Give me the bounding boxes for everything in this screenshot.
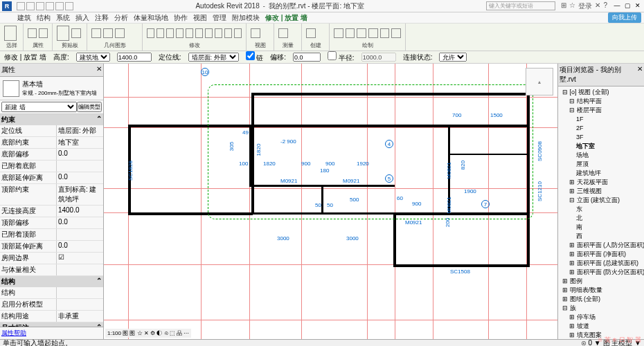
star-icon[interactable]: ☆	[569, 1, 575, 11]
properties-icon[interactable]	[28, 28, 37, 38]
array-icon[interactable]	[224, 28, 232, 38]
help-search-input[interactable]: 键入关键字或短语	[486, 1, 555, 10]
split-icon[interactable]	[215, 28, 222, 38]
tree-node[interactable]: ⊞ 明细表/数量	[560, 286, 643, 295]
radius-checkbox[interactable]: 半径:	[328, 51, 355, 63]
qat-save-icon[interactable]	[26, 2, 35, 10]
property-row[interactable]: 顶部约束直到标高: 建筑地坪	[0, 184, 103, 206]
tree-node[interactable]: ⊞ 图纸 (全部)	[560, 295, 643, 304]
tree-node[interactable]: 东	[560, 205, 643, 214]
tab-annotate[interactable]: 注释	[95, 13, 109, 23]
tree-node[interactable]: ⊞ 面积平面 (防火分区面积)	[560, 268, 643, 277]
tab-systems[interactable]: 系统	[56, 13, 70, 23]
property-row[interactable]: 底部偏移0.0	[0, 149, 103, 161]
view-control-bar[interactable]: 1:100 图 图 ☆ ✕ ⚙ ◐ ⊙ ⬚ 品 ⋯	[105, 329, 191, 338]
tab-collab[interactable]: 协作	[174, 13, 188, 23]
tab-view[interactable]: 视图	[193, 13, 207, 23]
circle-icon[interactable]	[368, 28, 378, 38]
line-icon[interactable]	[334, 28, 343, 38]
property-row[interactable]: 结构用途非承重	[0, 311, 103, 322]
join-geom-icon[interactable]	[115, 28, 125, 38]
tree-node[interactable]: ⊟ 结构平面	[560, 97, 643, 106]
grid-bubble[interactable]: 5	[385, 174, 393, 183]
height-value-input[interactable]	[117, 53, 152, 62]
modify-tool-icon[interactable]	[4, 26, 17, 41]
rotate-icon[interactable]	[195, 28, 203, 38]
tree-node[interactable]: 场地	[560, 151, 643, 160]
tree-node[interactable]: ⊞ 面积平面 (总建筑面积)	[560, 259, 643, 268]
drawing-canvas[interactable]: 700 1500 -2 900 1820 900 900 1920 180 90…	[104, 64, 557, 339]
close-panel-icon[interactable]: ✕	[96, 65, 102, 75]
trim-icon[interactable]	[205, 28, 213, 38]
poly-icon[interactable]	[357, 28, 366, 38]
tab-addins[interactable]: 附加模块	[232, 13, 260, 23]
tree-node[interactable]: ⊟ [o] 视图 (全部)	[560, 88, 643, 97]
tree-node[interactable]: 建筑地坪	[560, 169, 643, 178]
tree-node[interactable]: ⊞ 面积平面 (净面积)	[560, 250, 643, 259]
tree-node[interactable]: 西	[560, 232, 643, 241]
tree-node[interactable]: ⊟ 楼层平面	[560, 106, 643, 115]
tab-arch[interactable]: 建筑	[17, 13, 31, 23]
move-icon[interactable]	[176, 28, 184, 38]
mirror-icon[interactable]	[166, 28, 174, 38]
property-row[interactable]: 底部约束地下室	[0, 137, 103, 149]
tab-manage[interactable]: 管理	[213, 13, 226, 23]
grid-bubble[interactable]: 10	[201, 68, 209, 76]
property-row[interactable]: 顶部延伸距离0.0	[0, 241, 103, 253]
property-row[interactable]: 顶部偏移0.0	[0, 217, 103, 229]
measure-icon[interactable]	[278, 28, 288, 38]
pick-icon[interactable]	[391, 28, 401, 38]
grid-bubble[interactable]: 4	[385, 140, 393, 148]
tree-node[interactable]: ⊞ 面积平面 (人防分区面积)	[560, 241, 643, 250]
infocenter-icon[interactable]: ⊞	[561, 1, 566, 11]
qat-redo-icon[interactable]	[46, 2, 54, 10]
property-row[interactable]: 房间边界☑	[0, 253, 103, 264]
property-row[interactable]: 启用分析模型	[0, 299, 103, 311]
property-group-header[interactable]: 约束⌃	[0, 114, 103, 125]
edit-type-button[interactable]: 编辑类型	[77, 102, 102, 112]
tab-massing[interactable]: 体量和场地	[134, 13, 168, 23]
type-selector[interactable]: 基本墙 常规 - 200mm-别墅地下室内墙	[0, 77, 103, 100]
tree-node[interactable]: ⊟ 立面 (建筑立面)	[560, 196, 643, 205]
cut-icon[interactable]	[71, 28, 81, 38]
join-status-select[interactable]: 允许	[439, 53, 467, 62]
tree-node[interactable]: 2F	[560, 124, 643, 133]
view-icon[interactable]	[251, 28, 260, 38]
cut-geom-icon[interactable]	[103, 28, 113, 38]
property-row[interactable]: 无连接高度1400.0	[0, 206, 103, 217]
property-row[interactable]: 已附着底部	[0, 161, 103, 172]
cope-icon[interactable]	[91, 28, 101, 38]
tab-modify-wall[interactable]: 修改 | 放置 墙	[265, 13, 307, 23]
tree-node[interactable]: 地下室	[560, 142, 643, 151]
instance-filter-select[interactable]: 新建 墙	[1, 102, 77, 112]
tree-node[interactable]: ⊞ 停车场	[560, 313, 643, 322]
typeprops-icon[interactable]	[39, 28, 48, 38]
qat-sync-icon[interactable]	[65, 2, 73, 10]
revit-logo-icon[interactable]: R	[2, 1, 12, 11]
tree-node[interactable]: ⊞ 坡道	[560, 322, 643, 331]
tree-node[interactable]: 1F	[560, 115, 643, 124]
grid-bubble[interactable]: 7	[481, 200, 490, 208]
chain-checkbox[interactable]: 链	[246, 51, 264, 63]
minimize-button[interactable]: —	[613, 2, 621, 10]
property-row[interactable]: 底部延伸距离0.0	[0, 172, 103, 184]
offset-icon[interactable]	[156, 28, 164, 38]
view-cube[interactable]: ▲	[526, 68, 553, 95]
tree-node[interactable]: 南	[560, 223, 643, 232]
signin-link[interactable]: 登录	[578, 1, 592, 11]
paste-icon[interactable]	[57, 26, 69, 41]
tree-node[interactable]: ⊞ 天花板平面	[560, 178, 643, 187]
property-row[interactable]: 结构	[0, 287, 103, 299]
property-row[interactable]: 与体量相关	[0, 264, 103, 276]
radius-input[interactable]	[361, 53, 396, 62]
exchange-icon[interactable]: ✕	[595, 1, 600, 11]
tab-analyze[interactable]: 分析	[114, 13, 128, 23]
tab-insert[interactable]: 插入	[75, 13, 89, 23]
copy-icon[interactable]	[186, 28, 193, 38]
close-button[interactable]: ✕	[634, 2, 642, 10]
tree-node[interactable]: 北	[560, 214, 643, 223]
create-icon[interactable]	[306, 28, 316, 38]
rect-icon[interactable]	[346, 28, 355, 38]
tree-node[interactable]: ⊟ 族	[560, 304, 643, 313]
height-constraint-select[interactable]: 建筑地	[76, 53, 110, 62]
